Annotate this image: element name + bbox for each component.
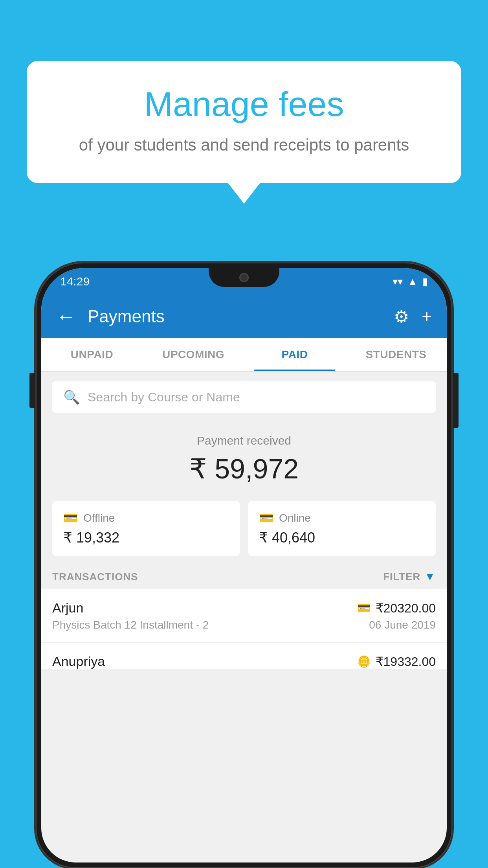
transaction-amount-1: ₹20320.00 xyxy=(376,601,436,616)
payment-summary: Payment received ₹ 59,972 xyxy=(41,422,447,493)
phone-frame: 14:29 ▾▾ ▲ ▮ ← Payments ⚙ + UNPAID xyxy=(36,263,452,868)
speech-bubble: Manage fees of your students and send re… xyxy=(27,61,461,183)
online-card-header: 💳 Online xyxy=(259,511,425,525)
add-icon[interactable]: + xyxy=(422,307,432,326)
signal-icon: ▲ xyxy=(407,276,418,288)
transaction-mode-icon-2: 🪙 xyxy=(357,655,371,668)
phone-screen: 14:29 ▾▾ ▲ ▮ ← Payments ⚙ + UNPAID xyxy=(41,268,447,862)
payment-received-label: Payment received xyxy=(52,434,436,447)
transaction-amount-row-2: 🪙 ₹19332.00 xyxy=(357,654,436,669)
status-icons: ▾▾ ▲ ▮ xyxy=(393,276,428,288)
offline-card: 💳 Offline ₹ 19,332 xyxy=(52,501,240,556)
notch xyxy=(209,268,279,287)
transaction-name-1: Arjun xyxy=(52,600,83,616)
transaction-course-1: Physics Batch 12 Installment - 2 xyxy=(52,619,209,631)
transactions-header: TRANSACTIONS FILTER ▼ xyxy=(41,564,447,589)
app-title: Payments xyxy=(88,307,382,326)
search-bar[interactable]: 🔍 Search by Course or Name xyxy=(52,381,436,413)
filter-button[interactable]: FILTER ▼ xyxy=(383,570,436,583)
payment-cards: 💳 Offline ₹ 19,332 💳 Online ₹ 40,640 xyxy=(41,493,447,564)
transactions-label: TRANSACTIONS xyxy=(52,571,138,583)
app-bar-actions: ⚙ + xyxy=(394,307,432,327)
filter-icon: ▼ xyxy=(424,570,436,583)
transaction-main-2: Anupriya 🪙 ₹19332.00 xyxy=(52,654,436,669)
transaction-row-partial[interactable]: Anupriya 🪙 ₹19332.00 xyxy=(41,643,447,669)
transaction-date-1: 06 June 2019 xyxy=(369,619,436,631)
bubble-title: Manage fees xyxy=(50,85,438,123)
app-bar: ← Payments ⚙ + xyxy=(41,295,447,338)
search-placeholder: Search by Course or Name xyxy=(88,390,240,405)
tab-unpaid[interactable]: UNPAID xyxy=(41,338,143,371)
settings-icon[interactable]: ⚙ xyxy=(394,307,409,327)
back-button[interactable]: ← xyxy=(56,305,76,328)
speech-bubble-container: Manage fees of your students and send re… xyxy=(27,61,461,183)
transaction-name-2: Anupriya xyxy=(52,654,105,669)
transaction-amount-row-1: 💳 ₹20320.00 xyxy=(357,601,436,616)
online-card: 💳 Online ₹ 40,640 xyxy=(248,501,436,556)
status-time: 14:29 xyxy=(60,275,90,288)
phone-outer: 14:29 ▾▾ ▲ ▮ ← Payments ⚙ + UNPAID xyxy=(36,263,452,868)
payment-total-amount: ₹ 59,972 xyxy=(52,453,436,485)
tab-upcoming[interactable]: UPCOMING xyxy=(143,338,244,371)
transaction-amount-2: ₹19332.00 xyxy=(376,654,436,669)
search-icon: 🔍 xyxy=(63,389,80,405)
wifi-icon: ▾▾ xyxy=(393,276,403,288)
content-area: 🔍 Search by Course or Name Payment recei… xyxy=(41,372,447,669)
online-icon: 💳 xyxy=(259,511,273,525)
transaction-sub-1: Physics Batch 12 Installment - 2 06 June… xyxy=(52,619,436,631)
offline-icon: 💳 xyxy=(63,511,78,525)
offline-label: Offline xyxy=(83,512,115,524)
online-amount: ₹ 40,640 xyxy=(259,530,425,546)
tab-students[interactable]: STUDENTS xyxy=(345,338,447,371)
transaction-row[interactable]: Arjun 💳 ₹20320.00 Physics Batch 12 Insta… xyxy=(41,589,447,643)
tab-paid[interactable]: PAID xyxy=(244,338,345,371)
notch-camera xyxy=(239,273,249,282)
bubble-subtitle: of your students and send receipts to pa… xyxy=(50,134,438,156)
offline-amount: ₹ 19,332 xyxy=(63,530,229,546)
tabs: UNPAID UPCOMING PAID STUDENTS xyxy=(41,338,447,372)
transaction-main-1: Arjun 💳 ₹20320.00 xyxy=(52,600,436,616)
battery-icon: ▮ xyxy=(422,276,428,288)
filter-label: FILTER xyxy=(383,571,420,583)
online-label: Online xyxy=(279,512,311,524)
transaction-mode-icon-1: 💳 xyxy=(357,601,371,614)
offline-card-header: 💳 Offline xyxy=(63,511,229,525)
